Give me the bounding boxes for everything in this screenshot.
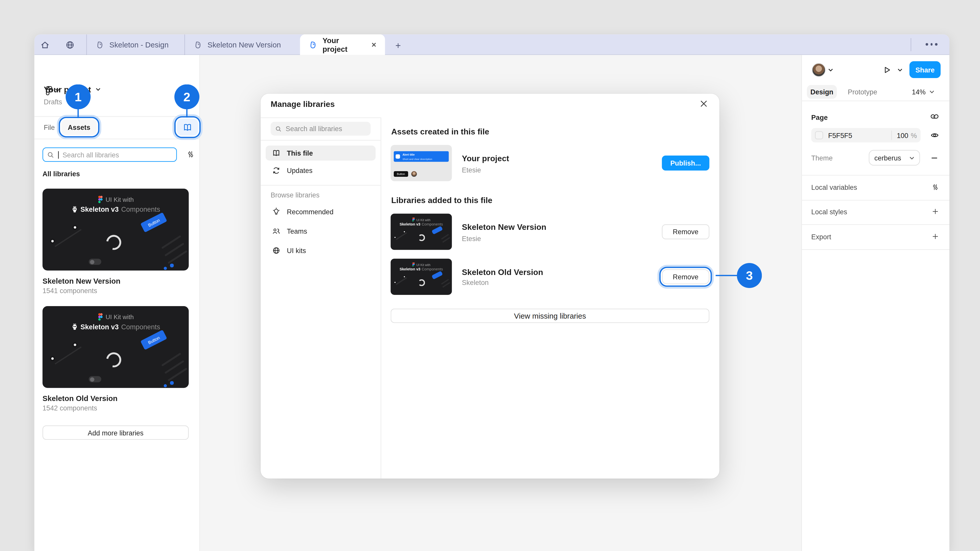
library-row-title: Skeleton Old Version — [462, 267, 543, 277]
assets-created-heading: Assets created in this file — [391, 127, 489, 136]
publish-button[interactable]: Publish... — [662, 156, 709, 171]
add-style-icon[interactable] — [931, 207, 940, 216]
tab-label: Skeleton New Version — [207, 40, 281, 49]
new-tab-icon[interactable]: + — [393, 40, 403, 50]
add-more-libraries-button[interactable]: Add more libraries — [43, 426, 189, 440]
divider — [801, 249, 950, 250]
thumb-line2: Skeleton v3Components — [43, 206, 189, 213]
decor-knob — [394, 281, 396, 284]
library-card-thumbnail[interactable]: UI Kit with Skeleton v3Components Button — [43, 306, 189, 388]
theme-dropdown[interactable]: cerberus — [869, 150, 920, 165]
decor-radio — [164, 267, 167, 270]
library-card-meta: 1541 components — [43, 287, 97, 294]
decor-knob — [50, 239, 55, 244]
dialog-search-input[interactable]: Search all libraries — [270, 122, 371, 136]
close-tab-icon[interactable]: × — [372, 40, 376, 49]
library-row-thumbnail: UI Kit with Skeleton v3Components — [391, 259, 452, 295]
thumb-line1: UI Kit with — [43, 196, 189, 204]
add-export-icon[interactable] — [931, 232, 940, 241]
tab-assets-label: Assets — [68, 124, 90, 131]
eye-icon[interactable] — [929, 130, 940, 141]
decor-knob — [73, 225, 78, 230]
divider — [801, 224, 950, 225]
globe-icon[interactable] — [64, 39, 75, 50]
minus-icon[interactable] — [929, 153, 939, 163]
share-button[interactable]: Share — [909, 61, 940, 78]
nav-this-file[interactable]: This file — [266, 146, 375, 161]
annotation-badge-1: 1 — [65, 84, 91, 110]
decor-spinner — [103, 349, 124, 370]
nav-label: Recommended — [287, 208, 334, 216]
decor-spinner — [418, 234, 425, 241]
tab-design[interactable]: Design — [807, 85, 837, 99]
library-card-thumbnail[interactable]: UI Kit with Skeleton v3Components Button — [43, 189, 189, 271]
divider — [261, 185, 380, 186]
styles-icon[interactable] — [929, 112, 939, 122]
annotation-stem — [186, 108, 188, 118]
export-label: Export — [811, 233, 831, 240]
nav-updates[interactable]: Updates — [266, 163, 375, 178]
tab-skeleton-new-version[interactable]: Skeleton New Version — [184, 35, 300, 55]
library-card-title[interactable]: Skeleton New Version — [43, 277, 121, 286]
tab-label: Skeleton - Design — [110, 40, 169, 49]
theme-value: cerberus — [874, 154, 901, 162]
decor-spinner — [103, 232, 124, 253]
decor-slider — [396, 277, 407, 285]
libraries-book-icon[interactable] — [177, 119, 198, 135]
figma-color-logo-icon — [97, 313, 103, 321]
decor-slider — [55, 229, 81, 247]
divider — [801, 200, 950, 200]
globe-icon — [272, 246, 280, 255]
manage-libraries-dialog: Manage libraries Search all libraries Th… — [261, 94, 719, 478]
file-icon — [96, 40, 104, 49]
view-missing-label: View missing libraries — [514, 311, 586, 320]
nav-recommended[interactable]: Recommended — [266, 204, 375, 219]
more-icon[interactable] — [924, 43, 939, 45]
tab-your-project[interactable]: Your project × — [300, 35, 385, 55]
annotation-badge-2: 2 — [174, 84, 199, 110]
share-label: Share — [915, 66, 935, 73]
search-input[interactable]: Search all libraries — [43, 148, 177, 162]
home-icon[interactable] — [39, 39, 50, 50]
remove-button-highlighted[interactable]: Remove — [662, 269, 709, 284]
tabbar-divider — [911, 38, 911, 51]
file-icon — [194, 40, 202, 49]
tab-assets[interactable]: Assets — [61, 119, 97, 135]
close-icon[interactable] — [698, 98, 710, 109]
play-icon[interactable] — [882, 65, 892, 75]
alert-title: Alert title — [402, 153, 415, 156]
page-color-row[interactable]: F5F5F5 100 % — [811, 128, 921, 142]
chevron-down-icon[interactable] — [897, 68, 903, 72]
divider — [801, 175, 950, 176]
dialog-title: Manage libraries — [270, 99, 334, 109]
variables-filter-icon[interactable] — [931, 183, 940, 192]
zoom-level[interactable]: 14% — [912, 88, 926, 95]
remove-button[interactable]: Remove — [662, 224, 709, 239]
chevron-down-icon — [909, 156, 915, 160]
chevron-down-icon[interactable] — [828, 68, 833, 72]
chevron-down-icon[interactable] — [929, 90, 935, 94]
library-card-title[interactable]: Skeleton Old Version — [43, 394, 118, 403]
search-placeholder: Search all libraries — [62, 151, 119, 158]
view-missing-libraries-button[interactable]: View missing libraries — [391, 309, 710, 323]
skull-icon — [71, 206, 78, 213]
tab-prototype[interactable]: Prototype — [845, 85, 881, 99]
decor-checkbox — [170, 264, 174, 267]
local-variables-label: Local variables — [811, 184, 857, 191]
nav-teams[interactable]: Teams — [266, 224, 375, 239]
decor-button-chip: Button — [140, 330, 167, 350]
tab-skeleton-design[interactable]: Skeleton - Design — [86, 35, 184, 55]
decor-radio — [164, 384, 167, 387]
left-sidebar — [35, 55, 200, 551]
decor-slider — [55, 346, 81, 365]
chevron-down-icon[interactable] — [96, 87, 101, 91]
color-hex-value[interactable]: F5F5F5 — [828, 132, 886, 139]
decor-spinner — [418, 279, 425, 286]
nav-ui-kits[interactable]: UI kits — [266, 243, 375, 258]
filter-icon[interactable] — [186, 149, 196, 159]
color-swatch[interactable] — [815, 131, 823, 139]
dialog-search-placeholder: Search all libraries — [286, 125, 342, 132]
opacity-value[interactable]: 100 — [897, 132, 908, 139]
avatar[interactable] — [812, 63, 826, 77]
tab-file[interactable]: File — [44, 124, 55, 131]
